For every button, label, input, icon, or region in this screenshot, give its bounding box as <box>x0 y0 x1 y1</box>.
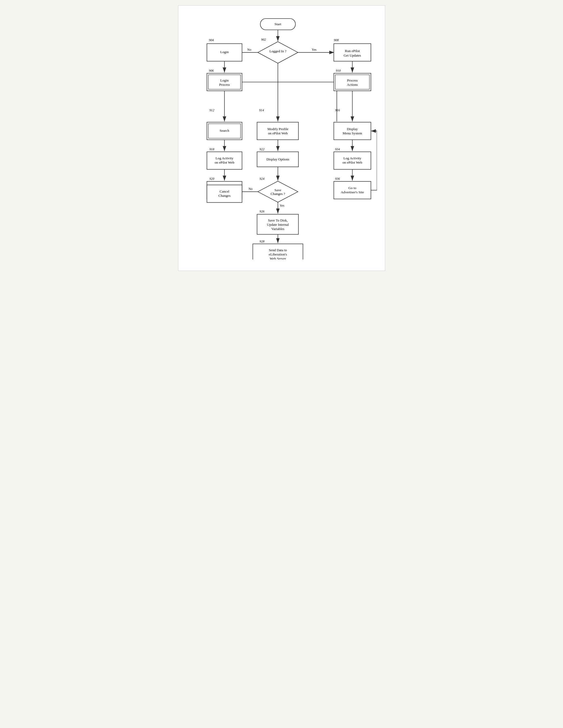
ref-906: 906 <box>209 69 214 73</box>
login-process-label1: Login <box>220 78 229 82</box>
save-to-disk-label1: Save To Disk, <box>268 218 287 222</box>
ref-926: 926 <box>259 210 265 213</box>
run-epilot-label2: Get Updates <box>343 53 361 57</box>
yes-label: Yes <box>311 48 316 52</box>
ref-936: 936 <box>335 177 340 181</box>
cancel-changes-label1: Cancel <box>220 189 229 193</box>
send-data-label3: Web Server <box>270 257 286 259</box>
start-label: Start <box>275 22 281 26</box>
log-activity-918-label2: on ePilot Web <box>215 160 235 164</box>
process-actions-label1: Process <box>347 78 357 82</box>
send-data-label2: eLiberation's <box>269 252 287 256</box>
ref-904: 904 <box>209 38 214 42</box>
ref-928: 928 <box>259 240 264 243</box>
ref-914: 914 <box>259 108 264 112</box>
save-yes-label: Yes <box>280 204 284 207</box>
ref-912: 912 <box>209 108 214 112</box>
process-actions-label2: Actions <box>347 83 357 87</box>
go-advertiser-label2: Advertiser's Site <box>340 190 364 194</box>
send-data-label1: Send Data to <box>269 248 287 252</box>
go-advertiser-label1: Go to <box>348 186 356 190</box>
login-label: Login <box>220 50 229 54</box>
log-activity-934-label1: Log Activity <box>343 156 361 160</box>
ref-918: 918 <box>209 147 214 151</box>
cancel-changes-label2: Changes <box>218 194 231 198</box>
save-to-disk-label3: Variables <box>271 227 284 231</box>
diagram-container: Start 902 Logged In ? No Yes 904 Login 9… <box>178 5 385 271</box>
search-label: Search <box>220 129 229 133</box>
display-menu-label1: Display <box>347 127 358 131</box>
log-activity-934-label2: on ePilot Web <box>342 160 362 164</box>
login-process-label2: Process <box>219 83 230 87</box>
ref-902: 902 <box>261 38 266 41</box>
logged-in-label: Logged In ? <box>269 49 286 53</box>
log-activity-918-label1: Log Activity <box>216 156 234 160</box>
ref-934: 934 <box>335 147 340 151</box>
ref-916: 916 <box>335 108 340 112</box>
save-changes-label2: Changes ? <box>271 192 285 196</box>
display-menu-label2: Menu System <box>342 131 362 135</box>
save-no-label: No <box>249 187 253 191</box>
modify-profile-label1: Modify Profile <box>267 127 288 131</box>
no-label: No <box>247 48 251 52</box>
save-to-disk-label2: Update Internal <box>267 223 289 227</box>
modify-profile-label2: on ePilot Web <box>268 131 288 135</box>
display-options-label: Display Options <box>266 157 289 161</box>
ref-908: 908 <box>334 38 338 42</box>
ref-920: 920 <box>209 177 214 181</box>
ref-910: 910 <box>336 69 340 73</box>
ref-924: 924 <box>259 177 264 181</box>
save-changes-label1: Save <box>274 188 281 192</box>
run-epilot-label1: Run ePilot <box>345 49 360 53</box>
ref-922: 922 <box>259 147 264 151</box>
